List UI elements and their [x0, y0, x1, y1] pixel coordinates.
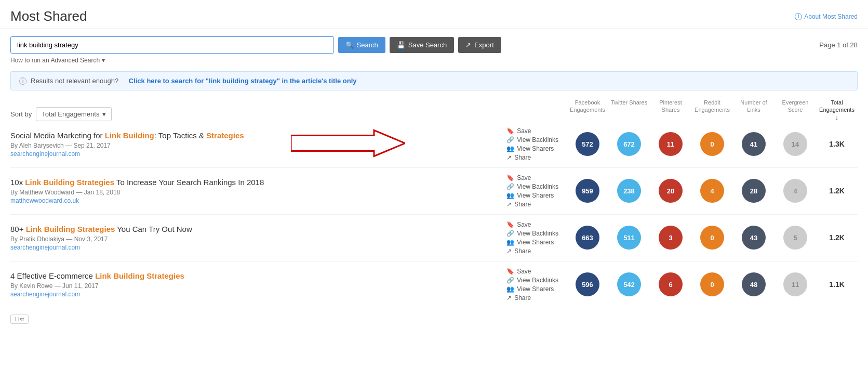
- facebook-metric: 663: [567, 226, 608, 250]
- view-sharers-action[interactable]: 👥 View Sharers: [506, 239, 558, 246]
- facebook-metric: 596: [567, 272, 608, 296]
- view-sharers-action[interactable]: 👥 View Sharers: [506, 285, 558, 293]
- col-facebook: Facebook Engagements: [567, 99, 608, 121]
- view-sharers-action[interactable]: 👥 View Sharers: [506, 145, 558, 152]
- evergreen-metric: 5: [774, 226, 816, 250]
- result-title[interactable]: 10x Link Building Strategies To Increase…: [10, 178, 498, 187]
- result-title[interactable]: Social Media Marketing for Link Building…: [10, 131, 498, 140]
- result-meta: By Pratik Dholakiya — Nov 3, 2017: [10, 236, 498, 243]
- total-metric: 1.1K: [816, 280, 858, 289]
- notice-text: Results not relevant enough?: [31, 77, 118, 85]
- view-sharers-action[interactable]: 👥 View Sharers: [506, 192, 558, 199]
- search-icon: 🔍: [345, 41, 354, 49]
- backlinks-icon: 🔗: [506, 277, 514, 284]
- col-total: Total Engagements ↓: [816, 99, 858, 121]
- result-domain[interactable]: searchenginejournal.com: [10, 244, 498, 251]
- about-link[interactable]: i About Most Shared: [795, 13, 858, 20]
- save-icon: 💾: [397, 41, 405, 49]
- backlinks-icon: 🔗: [506, 183, 514, 190]
- share-action[interactable]: ↗ Share: [506, 294, 558, 302]
- result-title[interactable]: 80+ Link Building Strategies You Can Try…: [10, 225, 498, 233]
- col-twitter: Twitter Shares: [608, 99, 650, 121]
- backlinks-icon: 🔗: [506, 136, 514, 143]
- share-icon: ↗: [506, 247, 512, 255]
- view-backlinks-action[interactable]: 🔗 View Backlinks: [506, 136, 558, 143]
- links-metric: 28: [733, 179, 774, 203]
- column-headers: Facebook Engagements Twitter Shares Pint…: [567, 99, 858, 121]
- info-icon: i: [795, 13, 802, 20]
- save-action[interactable]: 🔖 Save: [506, 221, 558, 228]
- result-meta: By Matthew Woodward — Jan 18, 2018: [10, 189, 498, 196]
- result-actions: 🔖 Save 🔗 View Backlinks 👥 View Sharers ↗…: [498, 268, 567, 302]
- pinterest-metric: 20: [650, 179, 691, 203]
- page-title: Most Shared: [10, 8, 87, 24]
- header-right: i About Most Shared: [795, 13, 858, 20]
- pinterest-metric: 6: [650, 272, 691, 296]
- search-area: 🔍 Search 💾 Save Search ↗ Export Page 1 o…: [0, 29, 868, 67]
- evergreen-metric: 4: [774, 179, 816, 203]
- share-action[interactable]: ↗ Share: [506, 154, 558, 161]
- search-input[interactable]: [10, 36, 334, 54]
- links-metric: 41: [733, 132, 774, 156]
- result-actions: 🔖 Save 🔗 View Backlinks 👥 View Sharers ↗…: [498, 127, 567, 161]
- view-backlinks-action[interactable]: 🔗 View Backlinks: [506, 183, 558, 190]
- view-backlinks-action[interactable]: 🔗 View Backlinks: [506, 230, 558, 237]
- result-content: 80+ Link Building Strategies You Can Try…: [10, 225, 498, 251]
- links-metric: 48: [733, 272, 774, 296]
- twitter-metric: 511: [608, 226, 650, 250]
- page-header: Most Shared i About Most Shared: [0, 0, 868, 29]
- list-badge: List: [10, 315, 29, 324]
- save-search-button[interactable]: 💾 Save Search: [390, 37, 454, 53]
- result-item: Social Media Marketing for Link Building…: [10, 121, 858, 168]
- info-circle-icon: i: [19, 77, 26, 85]
- chevron-down-icon: ▾: [102, 110, 106, 118]
- links-metric: 43: [733, 226, 774, 250]
- sharers-icon: 👥: [506, 192, 514, 199]
- result-item: 4 Effective E-commerce Link Building Str…: [10, 262, 858, 308]
- search-button[interactable]: 🔍 Search: [338, 37, 385, 53]
- twitter-metric: 238: [608, 179, 650, 203]
- sort-label: Sort by: [10, 110, 32, 118]
- share-icon: ↗: [506, 154, 512, 161]
- pinterest-metric: 11: [650, 132, 691, 156]
- arrow-annotation: [291, 128, 405, 161]
- total-metric: 1.2K: [816, 233, 858, 242]
- save-action[interactable]: 🔖 Save: [506, 127, 558, 135]
- reddit-metric: 0: [691, 272, 733, 296]
- reddit-metric: 0: [691, 132, 733, 156]
- result-domain[interactable]: searchenginejournal.com: [10, 291, 498, 298]
- total-metric: 1.3K: [816, 140, 858, 148]
- export-button[interactable]: ↗ Export: [458, 37, 501, 53]
- sort-dropdown[interactable]: Total Engagements ▾: [36, 107, 112, 121]
- result-content: 4 Effective E-commerce Link Building Str…: [10, 271, 498, 298]
- facebook-metric: 959: [567, 179, 608, 203]
- result-meta: By Aleh Barysevich — Sep 21, 2017: [10, 142, 498, 149]
- result-actions: 🔖 Save 🔗 View Backlinks 👥 View Sharers ↗…: [498, 221, 567, 255]
- save-action[interactable]: 🔖 Save: [506, 174, 558, 181]
- share-icon: ↗: [506, 294, 512, 302]
- result-title[interactable]: 4 Effective E-commerce Link Building Str…: [10, 271, 498, 280]
- search-row: 🔍 Search 💾 Save Search ↗ Export Page 1 o…: [10, 36, 858, 54]
- notice-link[interactable]: Click here to search for "link building …: [129, 77, 357, 85]
- share-icon: ↗: [506, 201, 512, 208]
- results-list: Social Media Marketing for Link Building…: [0, 121, 868, 308]
- result-metrics: 663 511 3 0 43 5 1.2K: [567, 226, 858, 250]
- result-item: 80+ Link Building Strategies You Can Try…: [10, 215, 858, 262]
- twitter-metric: 672: [608, 132, 650, 156]
- twitter-metric: 542: [608, 272, 650, 296]
- result-domain[interactable]: matthewwoodward.co.uk: [10, 197, 498, 204]
- list-badge-area: List: [0, 308, 868, 328]
- view-backlinks-action[interactable]: 🔗 View Backlinks: [506, 277, 558, 284]
- advanced-search-link[interactable]: How to run an Advanced Search ▾: [10, 57, 858, 64]
- col-evergreen: Evergreen Score: [774, 99, 816, 121]
- save-icon: 🔖: [506, 127, 514, 135]
- col-reddit: Reddit Engagements: [691, 99, 733, 121]
- save-icon: 🔖: [506, 221, 514, 228]
- save-action[interactable]: 🔖 Save: [506, 268, 558, 275]
- share-action[interactable]: ↗ Share: [506, 247, 558, 255]
- pinterest-metric: 3: [650, 226, 691, 250]
- result-metrics: 596 542 6 0 48 11 1.1K: [567, 272, 858, 296]
- result-domain[interactable]: searchenginejournal.com: [10, 150, 498, 158]
- share-action[interactable]: ↗ Share: [506, 201, 558, 208]
- svg-marker-0: [291, 130, 405, 156]
